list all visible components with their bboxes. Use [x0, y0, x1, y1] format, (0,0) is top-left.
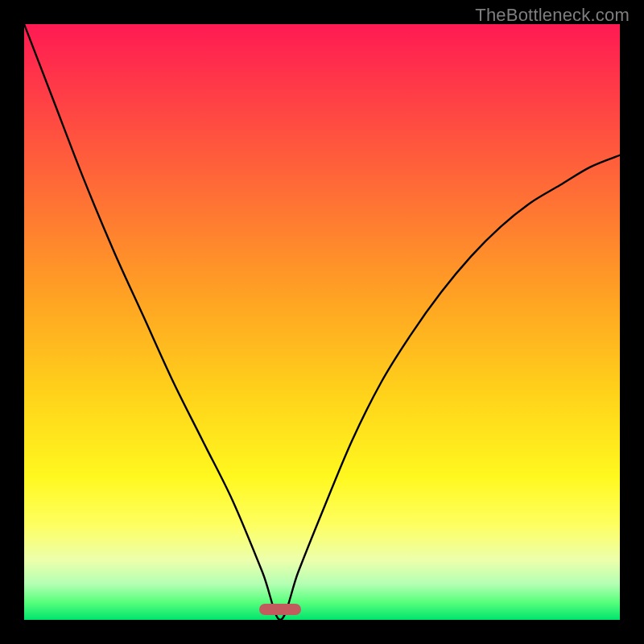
optimal-marker — [259, 604, 301, 615]
curve-svg — [24, 24, 620, 620]
watermark-text: TheBottleneck.com — [475, 5, 630, 26]
bottleneck-curve-path — [24, 24, 620, 620]
chart-frame: TheBottleneck.com — [0, 0, 644, 644]
plot-area — [24, 24, 620, 620]
